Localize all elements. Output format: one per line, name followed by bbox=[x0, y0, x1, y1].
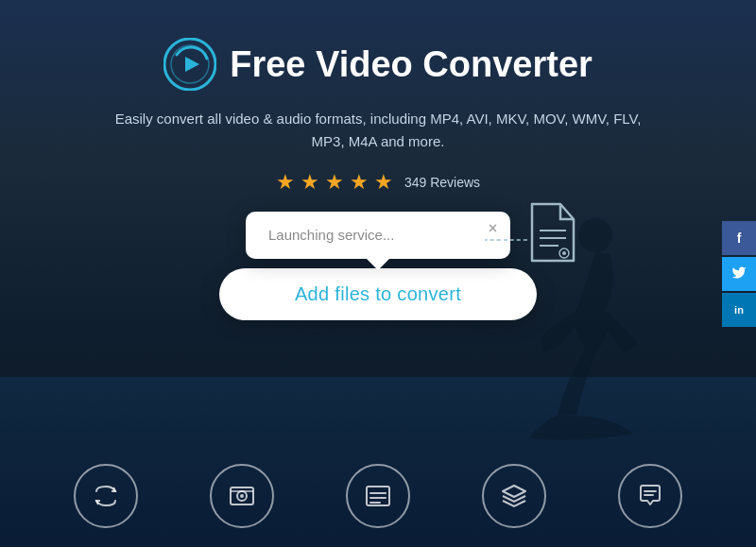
linkedin-button[interactable]: in bbox=[722, 293, 756, 327]
convert-icon bbox=[92, 482, 120, 510]
svg-point-8 bbox=[562, 251, 566, 255]
file-icon bbox=[524, 202, 576, 264]
subtitle-button[interactable] bbox=[346, 464, 410, 528]
bottom-icons-row bbox=[0, 464, 756, 528]
app-title: Free Video Converter bbox=[230, 44, 593, 85]
twitter-button[interactable] bbox=[722, 257, 756, 291]
main-content: Free Video Converter Easily convert all … bbox=[0, 0, 756, 320]
star-5: ★ bbox=[374, 170, 393, 195]
reviews-count: 349 Reviews bbox=[404, 175, 480, 190]
arrow-line bbox=[480, 231, 527, 249]
media-button[interactable] bbox=[210, 464, 274, 528]
logo-row: Free Video Converter bbox=[163, 38, 593, 91]
convert-button[interactable] bbox=[74, 464, 138, 528]
media-icon bbox=[228, 482, 256, 510]
subtitle-icon bbox=[364, 482, 392, 510]
star-1: ★ bbox=[276, 170, 295, 195]
tooltip-box: Launching service... × bbox=[246, 212, 510, 259]
star-3: ★ bbox=[325, 170, 344, 195]
star-2: ★ bbox=[301, 170, 319, 195]
star-4: ★ bbox=[350, 170, 369, 195]
svg-marker-3 bbox=[185, 57, 199, 72]
file-icon-float bbox=[524, 202, 576, 267]
app-subtitle: Easily convert all video & audio formats… bbox=[113, 108, 643, 153]
svg-point-12 bbox=[240, 494, 244, 498]
tooltip-wrapper: Launching service... × bbox=[246, 212, 510, 259]
linkedin-icon: in bbox=[734, 304, 744, 316]
add-files-button[interactable]: Add files to convert bbox=[219, 268, 537, 320]
chat-icon bbox=[636, 482, 664, 510]
stars-row: ★ ★ ★ ★ ★ 349 Reviews bbox=[276, 170, 480, 195]
app-logo-icon bbox=[163, 38, 216, 91]
social-sidebar: f in bbox=[722, 221, 756, 327]
facebook-icon: f bbox=[737, 231, 742, 246]
facebook-button[interactable]: f bbox=[722, 221, 756, 255]
layers-icon bbox=[500, 482, 528, 510]
tooltip-text: Launching service... bbox=[268, 227, 394, 243]
svg-marker-18 bbox=[503, 486, 525, 497]
chat-button[interactable] bbox=[618, 464, 682, 528]
twitter-icon bbox=[731, 265, 747, 282]
layers-button[interactable] bbox=[482, 464, 546, 528]
